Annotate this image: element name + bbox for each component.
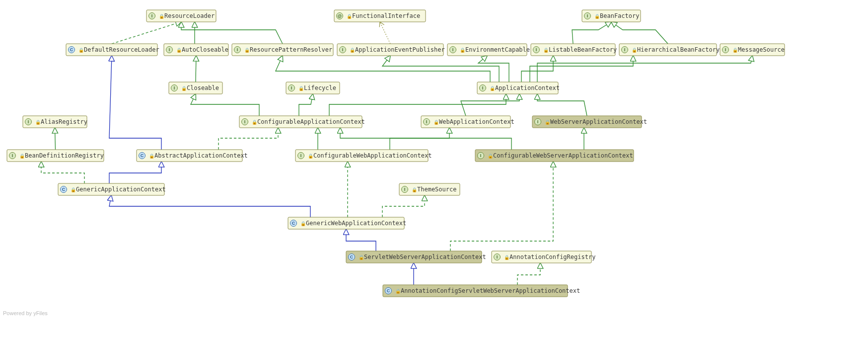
node-WebApplicationContext[interactable]: I🔒WebApplicationContext xyxy=(421,116,514,128)
edge-impl xyxy=(112,22,181,44)
edge-realize xyxy=(572,22,611,44)
node-AnnotationConfigRegistry[interactable]: I🔒AnnotationConfigRegistry xyxy=(492,251,595,263)
node-AnnotationConfigServletWebServerApplicationContext[interactable]: C🔒AnnotationConfigServletWebServerApplic… xyxy=(383,285,580,297)
edge-ext xyxy=(109,195,310,217)
svg-text:I: I xyxy=(497,255,498,259)
node-ServletWebServerApplicationContext[interactable]: C🔒ServletWebServerApplicationContext xyxy=(346,251,486,263)
svg-text:I: I xyxy=(624,47,626,52)
svg-text:I: I xyxy=(537,119,539,124)
edge-ext xyxy=(109,162,161,183)
edge-realize xyxy=(276,56,490,82)
node-label: ResourcePatternResolver xyxy=(250,46,332,53)
svg-text:I: I xyxy=(536,47,537,52)
edge-realize xyxy=(55,128,56,150)
node-BeanDefinitionRegistry[interactable]: I🔒BeanDefinitionRegistry xyxy=(7,150,104,162)
svg-text:C: C xyxy=(70,47,73,52)
node-AbstractApplicationContext[interactable]: C🔒AbstractApplicationContext xyxy=(137,150,248,162)
node-BeanFactory[interactable]: I🔒BeanFactory xyxy=(582,10,641,22)
node-Closeable[interactable]: I🔒Closeable xyxy=(169,82,222,94)
node-ResourceLoader[interactable]: I🔒ResourceLoader xyxy=(146,10,216,22)
svg-text:I: I xyxy=(725,47,726,52)
svg-text:I: I xyxy=(426,119,428,124)
node-ApplicationEventPublisher[interactable]: I🔒ApplicationEventPublisher xyxy=(337,44,445,56)
node-label: GenericApplicationContext xyxy=(76,186,166,193)
edge-ext xyxy=(346,229,376,251)
node-MessageSource[interactable]: I🔒MessageSource xyxy=(720,44,785,56)
node-ConfigurableApplicationContext[interactable]: I🔒ConfigurableApplicationContext xyxy=(239,116,365,128)
node-label: BeanFactory xyxy=(600,12,639,19)
svg-text:I: I xyxy=(12,153,13,158)
svg-text:C: C xyxy=(387,288,390,293)
svg-text:C: C xyxy=(62,187,66,192)
svg-text:I: I xyxy=(482,85,484,90)
svg-text:I: I xyxy=(151,13,153,18)
edge-realize xyxy=(191,94,259,116)
node-label: Closeable xyxy=(187,85,219,91)
node-label: AliasRegistry xyxy=(41,118,87,125)
node-EnvironmentCapable[interactable]: I🔒EnvironmentCapable xyxy=(447,44,530,56)
edge-realize xyxy=(382,56,499,82)
edge-realize xyxy=(329,94,506,116)
node-ResourcePatternResolver[interactable]: I🔒ResourcePatternResolver xyxy=(232,44,333,56)
node-AutoCloseable[interactable]: I🔒AutoCloseable xyxy=(164,44,228,56)
svg-text:C: C xyxy=(141,153,144,158)
node-ApplicationContext[interactable]: I🔒ApplicationContext xyxy=(477,82,560,94)
node-ConfigurableWebServerApplicationContext[interactable]: I🔒ConfigurableWebServerApplicationContex… xyxy=(475,150,634,162)
edge-realize xyxy=(299,94,313,116)
node-ListableBeanFactory[interactable]: I🔒ListableBeanFactory xyxy=(531,44,617,56)
node-label: HierarchicalBeanFactory xyxy=(637,46,720,53)
svg-text:@: @ xyxy=(338,13,342,18)
node-label: ConfigurableApplicationContext xyxy=(257,118,365,125)
svg-text:I: I xyxy=(174,85,175,90)
svg-text:I: I xyxy=(587,13,588,18)
node-DefaultResourceLoader[interactable]: C🔒DefaultResourceLoader xyxy=(66,44,159,56)
node-Lifecycle[interactable]: I🔒Lifecycle xyxy=(286,82,340,94)
node-label: FunctionalInterface xyxy=(352,12,420,19)
edge-impl xyxy=(218,128,278,150)
edge-impl xyxy=(450,162,553,251)
edge-realize xyxy=(196,56,196,82)
node-FunctionalInterface[interactable]: @🔒FunctionalInterface xyxy=(334,10,426,22)
edge-impl xyxy=(517,263,540,285)
edge-ext xyxy=(109,56,161,150)
node-label: BeanDefinitionRegistry xyxy=(25,152,104,159)
node-label: ServletWebServerApplicationContext xyxy=(364,254,486,260)
node-label: ApplicationEventPublisher xyxy=(355,46,445,53)
svg-text:I: I xyxy=(404,187,406,192)
node-label: ThemeSource xyxy=(417,186,456,193)
node-label: ConfigurableWebApplicationContext xyxy=(313,152,432,159)
node-WebServerApplicationContext[interactable]: I🔒WebServerApplicationContext xyxy=(532,116,647,128)
node-label: AbstractApplicationContext xyxy=(154,152,248,159)
edge-impl xyxy=(382,195,425,217)
node-GenericWebApplicationContext[interactable]: C🔒GenericWebApplicationContext xyxy=(288,217,406,229)
svg-text:I: I xyxy=(244,119,246,124)
svg-text:I: I xyxy=(300,153,302,158)
node-label: DefaultResourceLoader xyxy=(84,46,159,53)
edge-realize xyxy=(530,56,633,82)
node-label: MessageSource xyxy=(738,46,785,53)
svg-text:I: I xyxy=(169,47,170,52)
node-ConfigurableWebApplicationContext[interactable]: I🔒ConfigurableWebApplicationContext xyxy=(295,150,432,162)
edge-realize xyxy=(537,56,752,82)
node-ThemeSource[interactable]: I🔒ThemeSource xyxy=(399,183,460,195)
node-label: AutoCloseable xyxy=(182,46,228,53)
node-label: GenericWebApplicationContext xyxy=(306,220,406,227)
uml-diagram: I🔒ResourceLoader@🔒FunctionalInterfaceI🔒B… xyxy=(0,0,868,340)
edge-realize xyxy=(611,22,668,44)
node-GenericApplicationContext[interactable]: C🔒GenericApplicationContext xyxy=(58,183,166,195)
node-AliasRegistry[interactable]: I🔒AliasRegistry xyxy=(23,116,87,128)
svg-text:I: I xyxy=(480,153,482,158)
node-label: AnnotationConfigServletWebServerApplicat… xyxy=(401,287,580,294)
node-label: WebServerApplicationContext xyxy=(550,118,647,125)
edge-impl xyxy=(41,162,84,183)
node-label: Lifecycle xyxy=(304,85,336,91)
svg-text:I: I xyxy=(452,47,454,52)
node-label: WebApplicationContext xyxy=(439,118,514,125)
svg-text:I: I xyxy=(28,119,29,124)
svg-text:I: I xyxy=(342,47,344,52)
edge-realize xyxy=(461,94,519,116)
node-label: ListableBeanFactory xyxy=(549,46,617,53)
node-label: ResourceLoader xyxy=(164,12,215,19)
node-HierarchicalBeanFactory[interactable]: I🔒HierarchicalBeanFactory xyxy=(619,44,720,56)
edge-realize xyxy=(390,128,449,150)
